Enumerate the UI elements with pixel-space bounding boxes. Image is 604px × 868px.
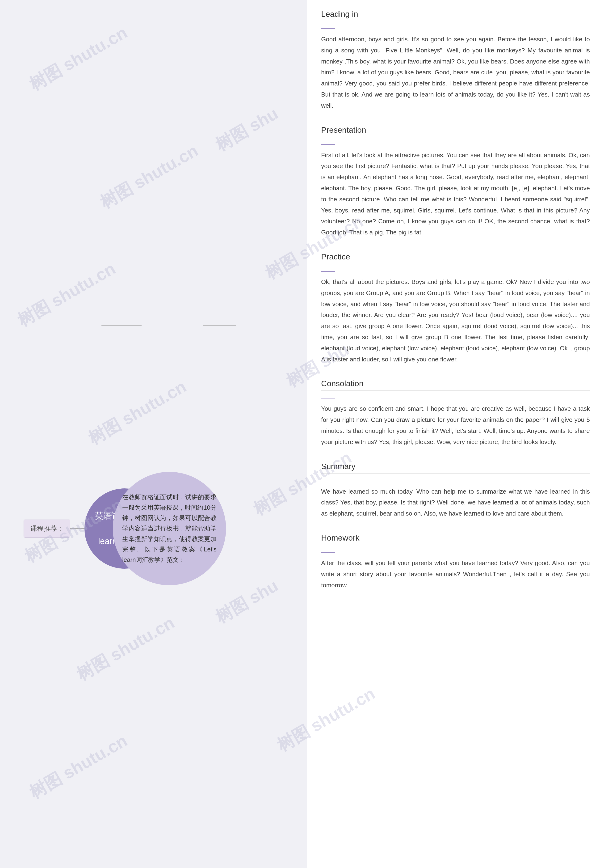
section-divider-presentation <box>321 144 335 145</box>
section-title-presentation: Presentation <box>321 126 590 137</box>
section-practice: Practice Ok, that's all about the pictur… <box>321 252 590 365</box>
section-text-consolation: You guys are so confident and smart. I h… <box>321 403 590 447</box>
label-tag-text: 课程推荐： <box>31 525 63 532</box>
section-divider-homework <box>321 552 335 553</box>
section-text-leading-in: Good afternoon, boys and girls. It's so … <box>321 34 590 111</box>
desc-bubble-text: 在教师资格证面试时，试讲的要求一般为采用英语授课，时间约10分钟，树图网认为，如… <box>122 492 216 565</box>
section-divider-practice <box>321 271 335 272</box>
section-title-practice: Practice <box>321 252 590 264</box>
section-divider-leading-in <box>321 28 335 29</box>
mindmap-svg <box>0 0 307 868</box>
label-section: 课程推荐： 英语试讲教案：Let's learn词汇教学 在教师资格证面试时，试… <box>23 488 179 569</box>
section-leading-in: Leading in Good afternoon, boys and girl… <box>321 9 590 111</box>
label-tag: 课程推荐： <box>23 519 70 538</box>
section-homework: Homework After the class, will you tell … <box>321 533 590 591</box>
section-text-summary: We have learned so much today. Who can h… <box>321 486 590 519</box>
section-summary: Summary We have learned so much today. W… <box>321 462 590 519</box>
page-container: 课程推荐： 英语试讲教案：Let's learn词汇教学 在教师资格证面试时，试… <box>0 0 604 868</box>
section-text-presentation: First of all, let's look at the attracti… <box>321 150 590 238</box>
mindmap: 课程推荐： 英语试讲教案：Let's learn词汇教学 在教师资格证面试时，试… <box>23 458 283 599</box>
section-title-consolation: Consolation <box>321 379 590 391</box>
section-presentation: Presentation First of all, let's look at… <box>321 126 590 238</box>
left-panel: 课程推荐： 英语试讲教案：Let's learn词汇教学 在教师资格证面试时，试… <box>0 0 307 868</box>
section-title-summary: Summary <box>321 462 590 474</box>
section-title-leading-in: Leading in <box>321 9 590 21</box>
section-title-homework: Homework <box>321 533 590 545</box>
section-text-homework: After the class, will you tell your pare… <box>321 558 590 591</box>
section-divider-summary <box>321 480 335 481</box>
section-consolation: Consolation You guys are so confident an… <box>321 379 590 447</box>
desc-bubble: 在教师资格证面试时，试讲的要求一般为采用英语授课，时间约10分钟，树图网认为，如… <box>113 472 226 585</box>
section-text-practice: Ok, that's all about the pictures. Boys … <box>321 276 590 365</box>
connector-line-1 <box>70 528 85 529</box>
section-divider-consolation <box>321 398 335 398</box>
right-panel: Leading in Good afternoon, boys and girl… <box>307 0 604 868</box>
